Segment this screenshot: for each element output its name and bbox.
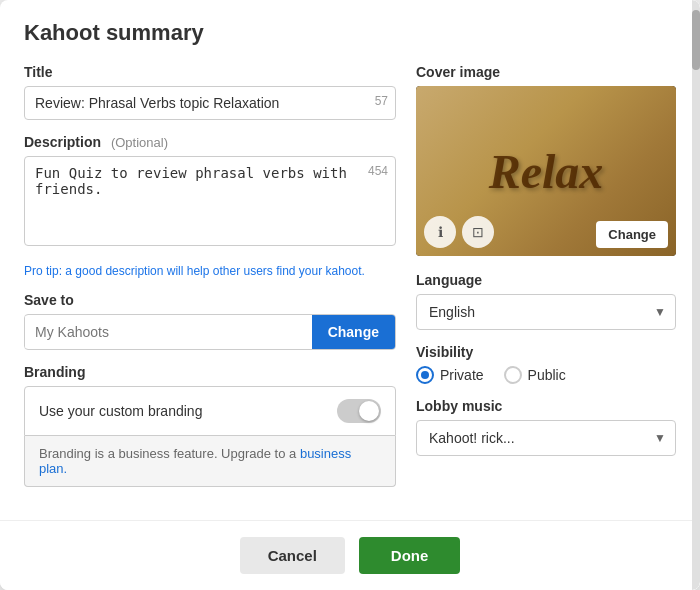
branding-label: Branding — [24, 364, 396, 380]
pro-tip: Pro tip: a good description will help ot… — [24, 264, 396, 278]
scrollbar-thumb[interactable] — [692, 10, 700, 70]
lobby-music-select-wrapper: Kahoot! rick... ▼ — [416, 420, 676, 456]
cancel-button[interactable]: Cancel — [240, 537, 345, 574]
right-column: Cover image Relax ℹ ⊡ Change Langu — [416, 64, 676, 487]
save-to-change-button[interactable]: Change — [312, 315, 395, 349]
kahoot-summary-dialog: Kahoot summary Title 57 Description (Opt… — [0, 0, 700, 590]
branding-row: Use your custom branding — [24, 386, 396, 436]
title-input[interactable] — [24, 86, 396, 120]
description-textarea[interactable]: Fun Quiz to review phrasal verbs with fr… — [24, 156, 396, 246]
lobby-music-section: Lobby music Kahoot! rick... ▼ — [416, 398, 676, 456]
cover-crop-icon[interactable]: ⊡ — [462, 216, 494, 248]
language-label: Language — [416, 272, 676, 288]
title-label: Title — [24, 64, 396, 80]
private-radio-label: Private — [440, 367, 484, 383]
description-label: Description (Optional) — [24, 134, 396, 150]
language-select-wrapper: English Spanish French German Portuguese… — [416, 294, 676, 330]
dialog-body: Kahoot summary Title 57 Description (Opt… — [0, 0, 700, 520]
private-radio-circle — [416, 366, 434, 384]
save-to-section: Save to Change — [24, 292, 396, 350]
branding-toggle-label: Use your custom branding — [39, 403, 202, 419]
description-char-count: 454 — [368, 164, 388, 178]
language-select[interactable]: English Spanish French German Portuguese — [416, 294, 676, 330]
cover-image-section: Cover image Relax ℹ ⊡ Change — [416, 64, 676, 256]
lobby-music-select[interactable]: Kahoot! rick... — [416, 420, 676, 456]
cover-image-box: Relax ℹ ⊡ Change — [416, 86, 676, 256]
visibility-private-option[interactable]: Private — [416, 366, 484, 384]
left-column: Title 57 Description (Optional) Fun Quiz… — [24, 64, 396, 487]
save-to-row: Change — [24, 314, 396, 350]
title-char-count: 57 — [375, 94, 388, 108]
public-radio-label: Public — [528, 367, 566, 383]
toggle-knob — [359, 401, 379, 421]
visibility-section: Visibility Private Public — [416, 344, 676, 384]
visibility-public-option[interactable]: Public — [504, 366, 566, 384]
private-radio-dot — [421, 371, 429, 379]
visibility-options: Private Public — [416, 366, 676, 384]
optional-label: (Optional) — [111, 135, 168, 150]
language-section: Language English Spanish French German P… — [416, 272, 676, 330]
save-to-input[interactable] — [25, 316, 312, 348]
dialog-footer: Cancel Done — [0, 520, 700, 590]
save-to-label: Save to — [24, 292, 396, 308]
branding-upgrade-notice: Branding is a business feature. Upgrade … — [24, 436, 396, 487]
visibility-label: Visibility — [416, 344, 676, 360]
cover-change-button[interactable]: Change — [596, 221, 668, 248]
relax-text: Relax — [489, 144, 604, 199]
lobby-music-label: Lobby music — [416, 398, 676, 414]
main-content: Title 57 Description (Optional) Fun Quiz… — [24, 64, 676, 487]
description-input-wrapper: Fun Quiz to review phrasal verbs with fr… — [24, 156, 396, 250]
done-button[interactable]: Done — [359, 537, 461, 574]
public-radio-circle — [504, 366, 522, 384]
dialog-title: Kahoot summary — [24, 20, 676, 46]
branding-section: Branding Use your custom branding Brandi… — [24, 364, 396, 487]
branding-toggle[interactable] — [337, 399, 381, 423]
scrollbar[interactable] — [692, 0, 700, 590]
title-input-wrapper: 57 — [24, 86, 396, 120]
cover-info-icon[interactable]: ℹ — [424, 216, 456, 248]
cover-image-controls: ℹ ⊡ — [424, 216, 494, 248]
cover-image-label: Cover image — [416, 64, 676, 80]
